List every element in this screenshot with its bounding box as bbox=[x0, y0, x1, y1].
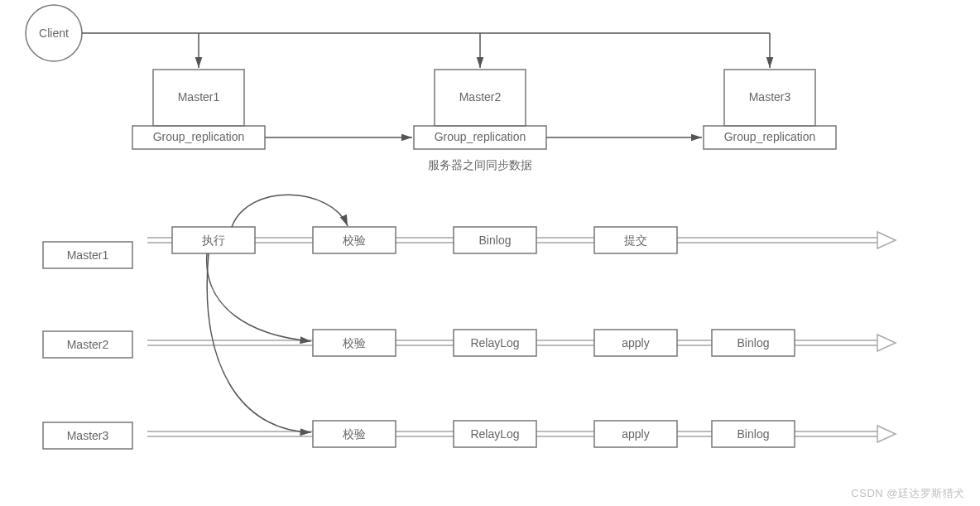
client-label: Client bbox=[39, 27, 69, 40]
lane3-label: Master3 bbox=[67, 429, 109, 442]
master2-node: Master2 Group_replication bbox=[414, 70, 546, 149]
master3-plugin: Group_replication bbox=[724, 130, 816, 143]
lane2-label: Master2 bbox=[67, 338, 109, 351]
lane3-step-0: 校验 bbox=[342, 427, 366, 441]
lane3-step-1: RelayLog bbox=[470, 427, 519, 441]
lane1-step-0: 执行 bbox=[202, 234, 225, 247]
master3-node: Master3 Group_replication bbox=[704, 70, 836, 149]
lane-master3: Master3 校验 RelayLog apply Binlog bbox=[43, 421, 896, 449]
master1-label: Master1 bbox=[178, 90, 220, 104]
master2-label: Master2 bbox=[459, 90, 502, 104]
curve-exec-to-verify bbox=[232, 195, 348, 227]
lane3-step-3: Binlog bbox=[737, 427, 770, 441]
curve-exec-to-lane3 bbox=[207, 253, 311, 432]
lane1-step-3: 提交 bbox=[624, 234, 647, 247]
lane-master2: Master2 校验 RelayLog apply Binlog bbox=[43, 330, 896, 358]
master1-node: Master1 Group_replication bbox=[132, 70, 265, 149]
curve-exec-to-lane2 bbox=[207, 253, 311, 341]
watermark: CSDN @廷达罗斯猎犬 bbox=[851, 486, 965, 501]
lane1-step-1: 校验 bbox=[342, 234, 366, 247]
sync-caption: 服务器之间同步数据 bbox=[428, 158, 532, 171]
lane2-step-0: 校验 bbox=[342, 336, 366, 349]
diagram-svg: Client Master1 Group_replication Master2… bbox=[0, 0, 980, 506]
lane2-step-2: apply bbox=[622, 336, 649, 349]
lane1-step-2: Binlog bbox=[479, 234, 512, 247]
master3-label: Master3 bbox=[749, 90, 791, 104]
lane2-step-3: Binlog bbox=[737, 336, 770, 349]
lane3-step-2: apply bbox=[622, 427, 649, 441]
master1-plugin: Group_replication bbox=[153, 130, 245, 143]
master2-plugin: Group_replication bbox=[435, 130, 526, 143]
lane1-label: Master1 bbox=[67, 248, 109, 262]
lane2-step-1: RelayLog bbox=[470, 336, 519, 349]
lane-master1: Master1 执行 校验 Binlog 提交 bbox=[43, 227, 896, 268]
client-node: Client bbox=[26, 5, 82, 61]
